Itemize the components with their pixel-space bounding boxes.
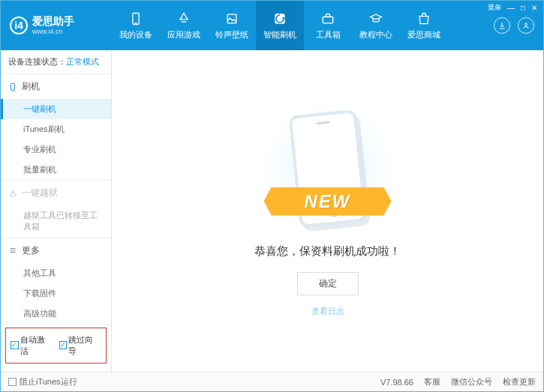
tab-tutorials[interactable]: 教程中心 — [352, 1, 400, 50]
logo-area: i4 爱思助手 www.i4.cn — [1, 1, 112, 50]
lock-icon — [8, 189, 17, 198]
footer: 阻止iTunes运行 V7.98.66 客服 微信公众号 检查更新 — [1, 372, 543, 391]
app-subtitle: www.i4.cn — [32, 28, 74, 36]
maximize-button[interactable]: □ — [519, 4, 527, 12]
tab-ringtones[interactable]: 铃声壁纸 — [208, 1, 256, 50]
phone-icon — [128, 11, 143, 26]
sidebar-item-other-tools[interactable]: 其他工具 — [1, 263, 111, 283]
success-illustration: NEW — [260, 106, 395, 234]
download-icon — [497, 21, 506, 30]
minimize-button[interactable]: — — [506, 4, 516, 12]
logo-icon: i4 — [10, 16, 28, 34]
view-log-link[interactable]: 查看日志 — [311, 306, 344, 317]
phone-small-icon — [8, 82, 17, 91]
svg-rect-5 — [323, 16, 332, 22]
version-label: V7.98.66 — [380, 378, 413, 387]
sidebar-checkboxes: ✓自动激活 ✓跳过向导 — [5, 328, 107, 364]
sidebar-item-batch-flash[interactable]: 批量刷机 — [1, 160, 111, 180]
sidebar-item-download-firmware[interactable]: 下载固件 — [1, 283, 111, 304]
sidebar-item-oneclick-flash[interactable]: 一键刷机 — [1, 99, 111, 119]
svg-point-6 — [525, 23, 527, 25]
success-message: 恭喜您，保资料刷机成功啦！ — [254, 244, 401, 259]
window-controls: 菜单 — □ ✕ — [486, 3, 539, 13]
connection-status: 设备连接状态：正常模式 — [1, 50, 111, 74]
sidebar-item-itunes-flash[interactable]: iTunes刷机 — [1, 119, 111, 139]
sidebar-head-flash[interactable]: 刷机 — [1, 74, 111, 99]
svg-rect-8 — [11, 193, 15, 196]
close-button[interactable]: ✕ — [530, 4, 539, 12]
wallpaper-icon — [224, 11, 239, 26]
toolbox-icon — [320, 11, 335, 26]
jailbreak-note: 越狱工具已转移至工具箱 — [1, 205, 111, 238]
wechat-link[interactable]: 微信公众号 — [451, 376, 492, 388]
update-link[interactable]: 检查更新 — [503, 376, 536, 388]
checkbox-block-itunes[interactable]: 阻止iTunes运行 — [8, 376, 77, 388]
sidebar-head-more[interactable]: 更多 — [1, 238, 111, 263]
bag-icon — [416, 11, 431, 26]
svg-rect-7 — [11, 83, 15, 90]
refresh-icon — [272, 11, 287, 26]
sidebar-head-jailbreak: 一键越狱 — [1, 181, 111, 205]
menu-button[interactable]: 菜单 — [486, 3, 503, 13]
app-title: 爱思助手 — [32, 15, 74, 28]
tab-store[interactable]: 爱思商城 — [400, 1, 448, 50]
user-icon — [521, 21, 530, 30]
sidebar: 设备连接状态：正常模式 刷机 一键刷机 iTunes刷机 专业刷机 批量刷机 一… — [1, 50, 112, 373]
main-content: NEW 恭喜您，保资料刷机成功啦！ 确定 查看日志 — [112, 50, 543, 373]
graduation-icon — [368, 11, 383, 26]
ok-button[interactable]: 确定 — [297, 272, 359, 295]
app-header: i4 爱思助手 www.i4.cn 我的设备 应用游戏 铃声壁纸 智能刷机 工具… — [1, 1, 543, 50]
user-button[interactable] — [518, 17, 534, 34]
tab-smart-flash[interactable]: 智能刷机 — [256, 1, 304, 50]
sidebar-item-advanced[interactable]: 高级功能 — [1, 304, 111, 324]
checkbox-skip-guide[interactable]: ✓跳过向导 — [59, 334, 102, 357]
service-link[interactable]: 客服 — [424, 376, 440, 388]
tab-toolbox[interactable]: 工具箱 — [304, 1, 352, 50]
list-icon — [8, 246, 17, 255]
tab-apps-games[interactable]: 应用游戏 — [160, 1, 208, 50]
apps-icon — [176, 11, 191, 26]
checkbox-auto-activate[interactable]: ✓自动激活 — [11, 334, 53, 357]
download-button[interactable] — [494, 17, 510, 34]
new-ribbon: NEW — [264, 187, 392, 216]
sidebar-item-pro-flash[interactable]: 专业刷机 — [1, 139, 111, 160]
header-tabs: 我的设备 应用游戏 铃声壁纸 智能刷机 工具箱 教程中心 爱思商城 — [112, 1, 494, 50]
tab-my-device[interactable]: 我的设备 — [112, 1, 160, 50]
